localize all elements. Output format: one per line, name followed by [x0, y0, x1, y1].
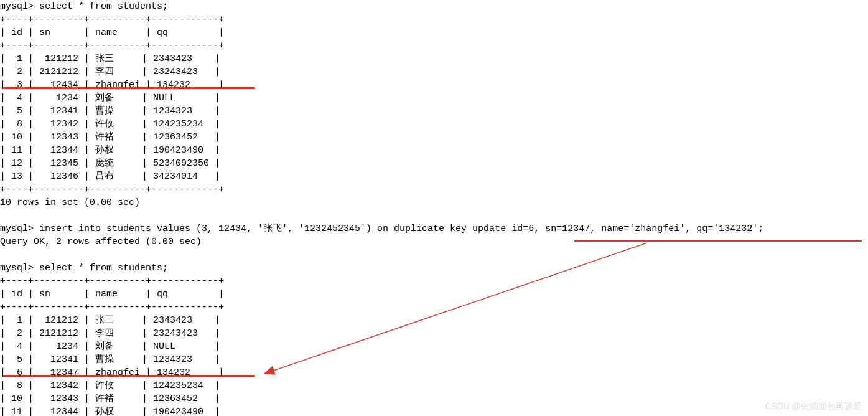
terminal-output: mysql> select * from students; +----+---… — [0, 0, 868, 416]
annotation-underline-update-clause — [574, 240, 862, 242]
annotation-underline-row-6 — [3, 375, 255, 377]
watermark: CSDN @先搞面包再谈爱 — [765, 400, 862, 413]
annotation-underline-row-3 — [3, 87, 255, 89]
